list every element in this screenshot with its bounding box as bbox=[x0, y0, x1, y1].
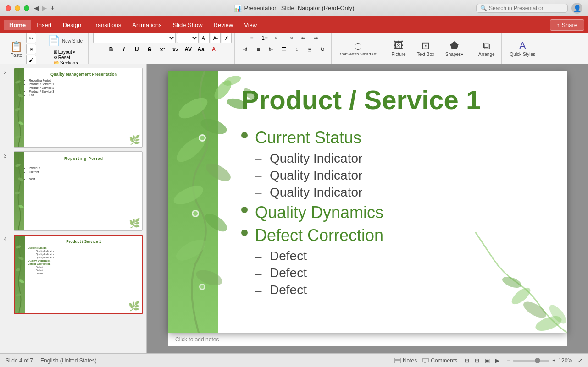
align-left-button[interactable]: ⫷ bbox=[239, 44, 251, 55]
menu-view[interactable]: View bbox=[239, 20, 262, 30]
zoom-slider[interactable] bbox=[513, 360, 549, 362]
slideshow-button[interactable]: ▶ bbox=[494, 356, 501, 365]
list-item: Defect bbox=[36, 269, 140, 272]
main-slide[interactable]: Product / Service 1 Current Status – Qua… bbox=[168, 71, 567, 333]
font-size-select[interactable] bbox=[177, 33, 199, 43]
language-info: English (United States) bbox=[40, 357, 97, 364]
list-item: Quality Indicator bbox=[36, 253, 140, 256]
user-avatar[interactable]: 👤 bbox=[571, 3, 582, 14]
justify-button[interactable]: ☰ bbox=[278, 44, 290, 55]
close-button[interactable] bbox=[6, 5, 11, 11]
quick-styles-button[interactable]: A Quick Styles bbox=[506, 38, 539, 59]
slide-thumb-3: 3 Reporting Period Previous Current Next bbox=[4, 151, 143, 231]
arrange-button[interactable]: ⧉ Arrange bbox=[475, 38, 499, 59]
list-item: End bbox=[29, 93, 140, 97]
zoom-in-button[interactable]: + bbox=[552, 357, 555, 364]
menubar: Home Insert Design Transitions Animation… bbox=[0, 16, 588, 33]
text-direction-button[interactable]: ↻ bbox=[316, 44, 328, 55]
maximize-button[interactable] bbox=[24, 5, 29, 11]
subscript-button[interactable]: x₂ bbox=[169, 44, 181, 55]
sub-bullet-row: – Defect bbox=[255, 249, 549, 264]
copy-button[interactable]: ⎘ bbox=[26, 44, 36, 54]
picture-button[interactable]: 🖼 Picture bbox=[388, 38, 410, 59]
align-center-button[interactable]: ≡ bbox=[252, 44, 264, 55]
strikethrough-button[interactable]: S bbox=[144, 44, 155, 55]
slide-green-column bbox=[168, 71, 218, 333]
list-item: Quality Indicator bbox=[36, 250, 140, 252]
svg-point-2 bbox=[14, 108, 20, 112]
ltr-button[interactable]: ⇒ bbox=[310, 33, 322, 43]
list-item: Product / Service 3 bbox=[29, 90, 140, 93]
slide-preview-2[interactable]: Quality Management Presentation Reportin… bbox=[14, 68, 143, 148]
shapes-button[interactable]: ⬟ Shapes▾ bbox=[442, 38, 467, 59]
increase-indent-button[interactable]: ⇥ bbox=[284, 33, 296, 43]
char-spacing-button[interactable]: AV bbox=[182, 44, 194, 55]
paste-button[interactable]: 📋 Paste bbox=[7, 39, 25, 60]
line-spacing-button[interactable]: ↕ bbox=[291, 44, 303, 55]
underline-button[interactable]: U bbox=[131, 44, 143, 55]
share-button[interactable]: ↑ Share bbox=[550, 19, 584, 31]
zoom-out-button[interactable]: − bbox=[507, 357, 510, 364]
superscript-button[interactable]: x² bbox=[156, 44, 168, 55]
sub-dash: – bbox=[255, 267, 264, 281]
rtl-button[interactable]: ⇐ bbox=[297, 33, 309, 43]
fit-window-button[interactable]: ⤢ bbox=[578, 357, 582, 364]
columns-button[interactable]: ⊟ bbox=[304, 44, 316, 55]
font-family-select[interactable] bbox=[93, 33, 176, 43]
menu-transitions[interactable]: Transitions bbox=[87, 20, 127, 30]
list-item: Next bbox=[29, 177, 140, 181]
clear-format-button[interactable]: ✗ bbox=[222, 33, 232, 43]
cut-button[interactable]: ✂ bbox=[26, 33, 36, 43]
format-painter-button[interactable]: 🖌 bbox=[26, 55, 36, 65]
textbox-button[interactable]: ⊡ Text Box bbox=[413, 38, 438, 59]
font-color-button[interactable]: A bbox=[208, 44, 220, 55]
layout-button[interactable]: ⊞Layout▾ bbox=[54, 49, 78, 55]
menu-insert[interactable]: Insert bbox=[31, 20, 57, 30]
slide4-content: Current Status Quality Indicator Quality… bbox=[15, 246, 142, 275]
italic-button[interactable]: I bbox=[118, 44, 130, 55]
menu-review[interactable]: Review bbox=[208, 20, 239, 30]
search-input[interactable] bbox=[489, 5, 562, 11]
convert-smartart-button[interactable]: ⬡ Convert to SmartArt bbox=[336, 39, 380, 58]
back-icon[interactable]: ◀ bbox=[34, 5, 39, 11]
bullets-list-button[interactable]: ≡ bbox=[246, 33, 258, 43]
menu-animations[interactable]: Animations bbox=[127, 20, 167, 30]
bullet-text-defect-correction: Defect Correction bbox=[255, 226, 383, 245]
share-icon: ↑ bbox=[557, 22, 560, 28]
vine-decoration-2 bbox=[14, 68, 24, 147]
slide-title: Product / Service 1 bbox=[241, 85, 549, 115]
list-item: Quality Indicator bbox=[36, 256, 140, 259]
sub-text: Defect bbox=[270, 283, 307, 297]
font-row-2: B I U S x² x₂ AV Aa A bbox=[105, 44, 220, 55]
bold-button[interactable]: B bbox=[105, 44, 117, 55]
sub-text: Defect bbox=[270, 249, 307, 263]
forward-icon[interactable]: ▶ bbox=[42, 5, 47, 11]
comments-icon[interactable]: Comments bbox=[422, 357, 457, 364]
bullet-defect-correction: Defect Correction bbox=[241, 226, 549, 245]
slide-sorter-button[interactable]: ⊞ bbox=[473, 356, 481, 365]
increase-font-button[interactable]: A+ bbox=[200, 33, 210, 43]
normal-view-button[interactable]: ⊟ bbox=[463, 356, 471, 365]
menu-home[interactable]: Home bbox=[4, 20, 31, 30]
search-box[interactable]: 🔍 bbox=[476, 4, 568, 13]
more-icon[interactable]: ⬇ bbox=[50, 5, 55, 11]
vine-decoration-3 bbox=[14, 152, 24, 230]
new-slide-button[interactable]: 📄 New Slide bbox=[45, 33, 85, 49]
minimize-button[interactable] bbox=[15, 5, 20, 11]
notes-icon[interactable]: Notes bbox=[394, 357, 417, 364]
bullet-dot bbox=[241, 207, 248, 213]
slide-thumb-2: 2 Quality Management Presentation Report… bbox=[4, 68, 143, 148]
decrease-indent-button[interactable]: ⇤ bbox=[272, 33, 283, 43]
reading-view-button[interactable]: ▣ bbox=[483, 356, 492, 365]
align-right-button[interactable]: ⫸ bbox=[265, 44, 277, 55]
slide-preview-4[interactable]: Product / Service 1 Current Status Quali… bbox=[14, 235, 143, 314]
change-case-button[interactable]: Aa bbox=[195, 44, 207, 55]
menu-slideshow[interactable]: Slide Show bbox=[167, 20, 208, 30]
numbered-list-button[interactable]: 1≡ bbox=[259, 33, 271, 43]
slide-preview-3[interactable]: Reporting Period Previous Current Next 🌿 bbox=[14, 151, 143, 231]
menu-design[interactable]: Design bbox=[57, 20, 87, 30]
reset-button[interactable]: ↺Reset bbox=[54, 55, 78, 60]
decrease-font-button[interactable]: A- bbox=[211, 33, 221, 43]
notes-area[interactable]: Click to add notes bbox=[168, 333, 567, 346]
zoom-thumb[interactable] bbox=[535, 358, 540, 363]
